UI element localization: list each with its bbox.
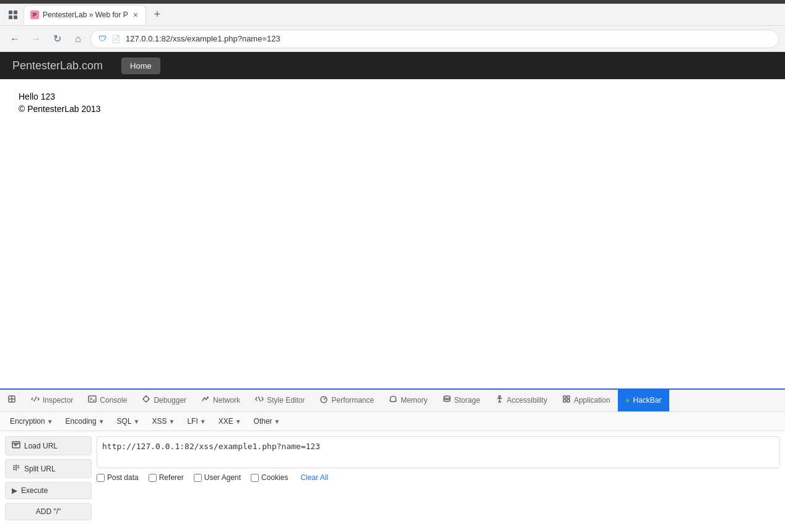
devtools-tab-network-label: Network <box>213 396 240 405</box>
svg-point-18 <box>444 396 450 398</box>
svg-rect-0 <box>9 11 12 14</box>
security-shield-icon: 🛡 <box>98 34 106 43</box>
add-slash-button[interactable]: ADD "/" <box>5 503 92 520</box>
site-nav-home[interactable]: Home <box>121 58 160 74</box>
devtools-tab-accessibility[interactable]: Accessibility <box>488 390 555 412</box>
devtools-tab-inspector-label: Inspector <box>43 396 73 405</box>
devtools-tab-hackbar-label: HackBar <box>633 396 662 405</box>
hackbar-menu-xxe[interactable]: XXE ▼ <box>214 414 246 428</box>
hackbar-toolbar: Encryption ▼ Encoding ▼ SQL ▼ XSS ▼ LFI … <box>0 412 785 431</box>
svg-rect-3 <box>14 15 17 19</box>
devtools-panel: Inspector Console <box>0 388 785 532</box>
devtools-tab-debugger[interactable]: Debugger <box>134 390 194 412</box>
devtools-tab-performance-label: Performance <box>331 396 374 405</box>
cookies-checkbox[interactable] <box>251 474 259 482</box>
svg-line-7 <box>34 397 37 401</box>
hackbar-menu-other[interactable]: Other ▼ <box>249 414 285 428</box>
other-menu-label: Other <box>254 417 272 426</box>
address-bar-url: 127.0.0.1:82/xss/example1.php?name=123 <box>126 34 771 43</box>
split-url-icon <box>12 463 20 474</box>
devtools-tab-memory[interactable]: Memory <box>381 390 435 412</box>
hackbar-menu-lfi[interactable]: LFI ▼ <box>182 414 210 428</box>
load-url-label: Load URL <box>24 442 58 450</box>
hackbar-menu-encoding[interactable]: Encoding ▼ <box>61 414 110 428</box>
sql-arrow-icon: ▼ <box>134 418 140 425</box>
load-url-icon <box>12 440 20 451</box>
devtools-tab-application[interactable]: Application <box>555 390 618 412</box>
xss-arrow-icon: ▼ <box>169 418 175 425</box>
referer-checkbox[interactable] <box>149 474 157 482</box>
post-data-checkbox[interactable] <box>97 474 105 482</box>
load-url-button[interactable]: Load URL <box>5 436 92 455</box>
post-data-checkbox-label[interactable]: Post data <box>97 473 139 482</box>
svg-rect-27 <box>567 400 570 402</box>
execute-label: Execute <box>21 486 48 495</box>
console-icon <box>88 395 97 405</box>
devtools-tab-console[interactable]: Console <box>80 390 134 412</box>
split-url-button[interactable]: Split URL <box>5 459 92 478</box>
svg-point-10 <box>144 397 149 401</box>
new-tab-button[interactable]: + <box>149 6 166 24</box>
devtools-tab-memory-label: Memory <box>401 396 427 405</box>
user-agent-label: User Agent <box>204 473 241 482</box>
tab-favicon: P <box>30 11 39 19</box>
storage-icon <box>443 395 451 405</box>
home-button[interactable]: ⌂ <box>69 30 87 48</box>
cookies-checkbox-label[interactable]: Cookies <box>251 473 288 482</box>
svg-rect-26 <box>563 400 566 402</box>
devtools-tab-storage-label: Storage <box>454 396 480 405</box>
xxe-arrow-icon: ▼ <box>235 418 241 425</box>
hackbar-menu-xss[interactable]: XSS ▼ <box>147 414 180 428</box>
svg-rect-2 <box>9 15 12 19</box>
home-icon: ⌂ <box>75 33 81 45</box>
svg-rect-25 <box>567 396 570 398</box>
browser-tab-active[interactable]: P PentesterLab » Web for P × <box>24 5 146 25</box>
reload-button[interactable]: ↻ <box>48 30 66 48</box>
svg-rect-24 <box>563 396 566 398</box>
devtools-tab-storage[interactable]: Storage <box>435 390 488 412</box>
picker-icon <box>7 395 16 405</box>
devtools-tab-hackbar[interactable]: ● HackBar <box>618 390 669 412</box>
user-agent-checkbox-label[interactable]: User Agent <box>194 473 241 482</box>
network-icon <box>201 395 210 405</box>
address-bar[interactable]: 🛡 📄 127.0.0.1:82/xss/example1.php?name=1… <box>90 30 779 48</box>
site-navbar: PentesterLab.com Home <box>0 52 785 79</box>
hackbar-url-input[interactable]: http://127.0.0.1:82/xss/example1.php?nam… <box>97 436 780 468</box>
performance-icon <box>319 395 328 405</box>
back-icon: ← <box>10 33 20 45</box>
tab-group-icon[interactable] <box>5 7 21 23</box>
svg-line-23 <box>500 401 501 403</box>
hackbar-menu-sql[interactable]: SQL ▼ <box>112 414 145 428</box>
site-hello-text: Hello 123 <box>19 92 766 101</box>
devtools-tab-network[interactable]: Network <box>194 390 248 412</box>
sql-menu-label: SQL <box>117 417 132 426</box>
execute-button[interactable]: ▶ Execute <box>5 482 92 499</box>
svg-point-19 <box>498 396 500 398</box>
tab-bar: P PentesterLab » Web for P × + <box>0 4 785 26</box>
hackbar-options-row: Post data Referer User Agent Cookies Cle… <box>97 473 780 482</box>
encryption-arrow-icon: ▼ <box>47 418 53 425</box>
user-agent-checkbox[interactable] <box>194 474 202 482</box>
devtools-tab-inspector[interactable]: Inspector <box>24 390 80 412</box>
tab-close-button[interactable]: × <box>132 9 139 21</box>
inspector-icon <box>31 395 40 405</box>
lfi-arrow-icon: ▼ <box>200 418 206 425</box>
style-editor-icon <box>255 395 264 405</box>
referer-checkbox-label[interactable]: Referer <box>149 473 184 482</box>
devtools-tab-performance[interactable]: Performance <box>312 390 381 412</box>
forward-button[interactable]: → <box>27 30 45 48</box>
xss-menu-label: XSS <box>152 417 167 426</box>
svg-rect-28 <box>12 442 20 448</box>
add-slash-label: ADD "/" <box>36 507 61 516</box>
hackbar-menu-encryption[interactable]: Encryption ▼ <box>5 414 58 428</box>
encoding-arrow-icon: ▼ <box>98 418 105 425</box>
devtools-tab-picker[interactable] <box>0 390 24 412</box>
page-icon: 📄 <box>111 35 121 43</box>
back-button[interactable]: ← <box>6 30 24 48</box>
cookies-label: Cookies <box>261 473 288 482</box>
devtools-tab-console-label: Console <box>100 396 127 405</box>
devtools-tab-style-editor[interactable]: Style Editor <box>248 390 312 412</box>
application-icon <box>562 395 571 405</box>
clear-all-button[interactable]: Clear All <box>300 473 328 482</box>
accessibility-icon <box>495 395 504 405</box>
